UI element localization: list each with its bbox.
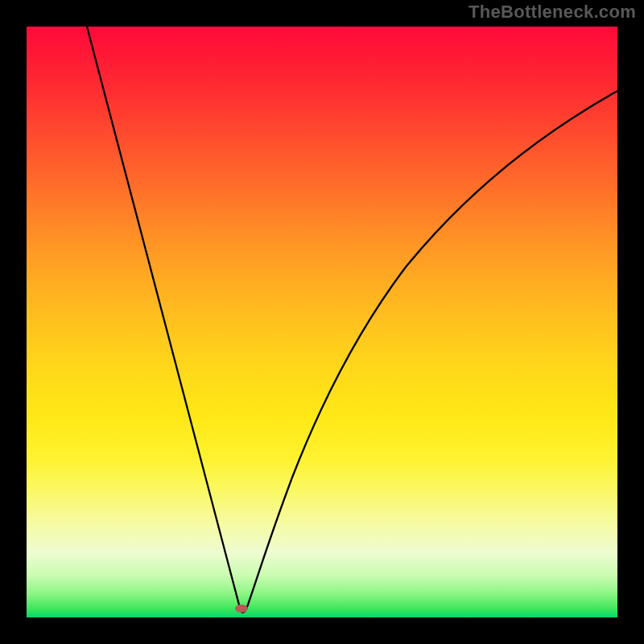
curve-path	[87, 27, 617, 613]
optimal-point-marker	[235, 605, 248, 613]
chart-frame: TheBottleneck.com	[0, 0, 644, 644]
bottleneck-curve	[27, 27, 617, 617]
watermark-text: TheBottleneck.com	[469, 2, 636, 23]
plot-area	[27, 27, 617, 617]
